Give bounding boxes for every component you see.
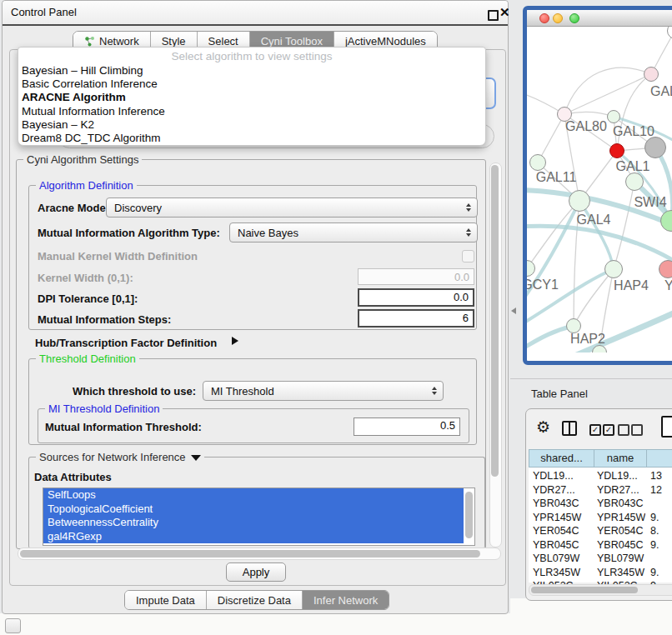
unchecked-checkbox-pair-icon[interactable] bbox=[618, 424, 629, 436]
node-hap4[interactable] bbox=[604, 260, 623, 278]
tab-discretize-data[interactable]: Discretize Data bbox=[207, 591, 303, 609]
mi-steps-label: Mutual Information Steps: bbox=[38, 313, 171, 326]
dpi-tolerance-field[interactable]: 0.0 bbox=[358, 288, 474, 307]
settings-vertical-scrollbar[interactable] bbox=[489, 162, 502, 548]
node-label-y-partial: Y bbox=[664, 278, 672, 293]
node-label-gal10: GAL10 bbox=[613, 124, 654, 139]
column-header-name[interactable]: name bbox=[594, 449, 647, 468]
panel-splitter-arrow[interactable] bbox=[511, 308, 516, 314]
node-label-gal1: GAL1 bbox=[616, 159, 650, 174]
algorithm-dropdown-placeholder: Select algorithm to view settings bbox=[18, 48, 485, 64]
table-row[interactable]: YDR27... YDR27... 12 bbox=[529, 484, 672, 498]
node-label-gcy1: GCY1 bbox=[527, 278, 559, 292]
gear-icon[interactable]: ⚙ bbox=[536, 418, 550, 437]
node-gal4[interactable] bbox=[569, 190, 590, 212]
split-pane-icon[interactable] bbox=[562, 421, 577, 436]
node-gal1[interactable] bbox=[609, 143, 624, 158]
sources-group: Sources for Network Inference Data Attri… bbox=[28, 457, 485, 548]
threshold-definition-group: Threshold Definition Which threshold to … bbox=[28, 358, 477, 445]
aracne-mode-label: Aracne Mode: bbox=[38, 202, 109, 214]
node-gal11[interactable] bbox=[529, 154, 546, 171]
node-gal10[interactable] bbox=[607, 110, 620, 123]
mi-threshold-label: Mutual Information Threshold: bbox=[45, 421, 202, 433]
algorithm-option[interactable]: Basic Correlation Inference bbox=[18, 78, 485, 91]
table-row[interactable]: YBR043C YBR043C bbox=[529, 498, 672, 512]
mi-threshold-definition-title: MI Threshold Definition bbox=[45, 402, 163, 415]
hub-expander-icon[interactable] bbox=[232, 337, 238, 345]
manual-kernel-width-label: Manual Kernel Width Definition bbox=[38, 250, 198, 262]
data-attributes-label: Data Attributes bbox=[34, 471, 112, 483]
minimize-traffic-light[interactable] bbox=[553, 13, 563, 23]
mi-threshold-definition-group: MI Threshold Definition Mutual Informati… bbox=[38, 408, 469, 443]
zoom-traffic-light[interactable] bbox=[569, 13, 579, 23]
algorithm-option[interactable]: Mutual Information Inference bbox=[18, 105, 485, 118]
close-traffic-light[interactable] bbox=[539, 13, 549, 23]
sources-collapse-icon bbox=[191, 455, 201, 461]
manual-kernel-width-checkbox bbox=[462, 250, 474, 262]
app-root: Control Panel ✕ Network Style Select Cyn… bbox=[0, 0, 672, 635]
checked-checkbox-pair-icon[interactable]: ✓ bbox=[589, 424, 601, 436]
node-swi4-small[interactable] bbox=[625, 172, 644, 191]
attribute-table: shared... name YDL19... YDL19... 13 YDR2… bbox=[529, 449, 672, 582]
tab-infer-network[interactable]: Infer Network bbox=[303, 591, 389, 609]
control-panel-window: Control Panel ✕ Network Style Select Cyn… bbox=[2, 0, 509, 614]
table-row[interactable]: YBL079W YBL079W bbox=[529, 552, 672, 567]
apply-button[interactable]: Apply bbox=[226, 562, 286, 582]
unchecked-checkbox-pair-icon[interactable] bbox=[631, 424, 643, 436]
node-label-hap2: HAP2 bbox=[570, 332, 605, 347]
algorithm-option[interactable]: Dream8 DC_TDC Algorithm bbox=[18, 132, 485, 145]
node-salmon[interactable] bbox=[659, 260, 672, 278]
table-row[interactable]: YBR045C YBR045C 9. bbox=[529, 539, 672, 553]
table-horizontal-scrollbar-thumb[interactable] bbox=[531, 587, 638, 593]
network-view-window: GAL80 GAL10 GAL1 GAL11 SWI4 GAL4 GCY1 HA… bbox=[523, 6, 672, 365]
node-gal-partial[interactable] bbox=[644, 67, 659, 82]
aracne-mode-value: Discovery bbox=[114, 202, 162, 214]
node-label-hap4: HAP4 bbox=[614, 278, 649, 293]
node-label-gal4: GAL4 bbox=[577, 212, 611, 228]
mi-algorithm-type-label: Mutual Information Algorithm Type: bbox=[38, 227, 220, 239]
sources-title[interactable]: Sources for Network Inference bbox=[36, 451, 204, 463]
node-label-gal-partial: GAL bbox=[650, 84, 672, 99]
mi-threshold-field[interactable]: 0.5 bbox=[354, 418, 460, 436]
settings-horizontal-scrollbar-thumb[interactable] bbox=[20, 550, 480, 558]
node-label-gal11: GAL11 bbox=[536, 170, 577, 185]
data-attributes-list[interactable]: SelfLoops TopologicalCoefficient Between… bbox=[43, 488, 475, 546]
settings-vertical-scrollbar-thumb[interactable] bbox=[491, 165, 499, 477]
float-window-icon[interactable] bbox=[488, 10, 499, 21]
column-header-partial[interactable] bbox=[646, 449, 672, 468]
table-row[interactable]: YDL19... YDL19... 13 bbox=[529, 470, 672, 484]
cyni-algorithm-settings-title: Cyni Algorithm Settings bbox=[23, 153, 142, 166]
column-header-sharedname[interactable]: shared... bbox=[529, 449, 594, 468]
which-threshold-label: Which threshold to use: bbox=[73, 385, 196, 398]
kernel-width-field: 0.0 bbox=[358, 268, 474, 285]
table-row[interactable]: YER054C YER054C 8. bbox=[529, 525, 672, 539]
algorithm-option[interactable]: Bayesian – K2 bbox=[18, 118, 485, 132]
kernel-width-label: Kernel Width (0,1): bbox=[38, 272, 133, 284]
attributes-scrollbar-thumb[interactable] bbox=[465, 492, 473, 538]
table-horizontal-scrollbar[interactable] bbox=[529, 584, 672, 596]
mi-algorithm-type-combo[interactable]: Naive Bayes bbox=[229, 222, 478, 242]
control-panel-titlebar: Control Panel bbox=[3, 1, 508, 26]
checked-checkbox-pair-icon[interactable]: ✓ bbox=[603, 424, 614, 436]
mi-algorithm-type-value: Naive Bayes bbox=[238, 227, 298, 239]
node-gray[interactable] bbox=[644, 137, 666, 158]
table-row[interactable]: YLR345W YLR345W 9. bbox=[529, 567, 672, 581]
attribute-item[interactable]: gal4RGexp bbox=[43, 530, 464, 544]
settings-horizontal-scrollbar[interactable] bbox=[18, 548, 501, 560]
attribute-item[interactable]: TopologicalCoefficient bbox=[43, 502, 464, 517]
algorithm-option-selected[interactable]: ARACNE Algorithm bbox=[18, 91, 485, 104]
collapsed-panel-button[interactable] bbox=[5, 618, 21, 633]
attribute-item[interactable]: SelfLoops bbox=[43, 488, 464, 502]
tab-impute-data[interactable]: Impute Data bbox=[125, 591, 207, 609]
table-row[interactable]: YPR145W YPR145W 9. bbox=[529, 512, 672, 526]
mi-steps-field[interactable]: 6 bbox=[358, 309, 474, 328]
which-threshold-value: MI Threshold bbox=[211, 385, 274, 398]
attribute-item[interactable]: BetweennessCentrality bbox=[43, 516, 464, 530]
control-panel-title: Control Panel bbox=[11, 6, 77, 18]
close-icon[interactable]: ✕ bbox=[499, 5, 510, 20]
which-threshold-combo[interactable]: MI Threshold bbox=[203, 381, 444, 401]
algorithm-definition-group: Algorithm Definition Aracne Mode: Discov… bbox=[28, 185, 477, 330]
document-icon[interactable] bbox=[661, 416, 672, 438]
algorithm-option[interactable]: Bayesian – Hill Climbing bbox=[18, 64, 485, 78]
aracne-mode-combo[interactable]: Discovery bbox=[106, 198, 478, 218]
